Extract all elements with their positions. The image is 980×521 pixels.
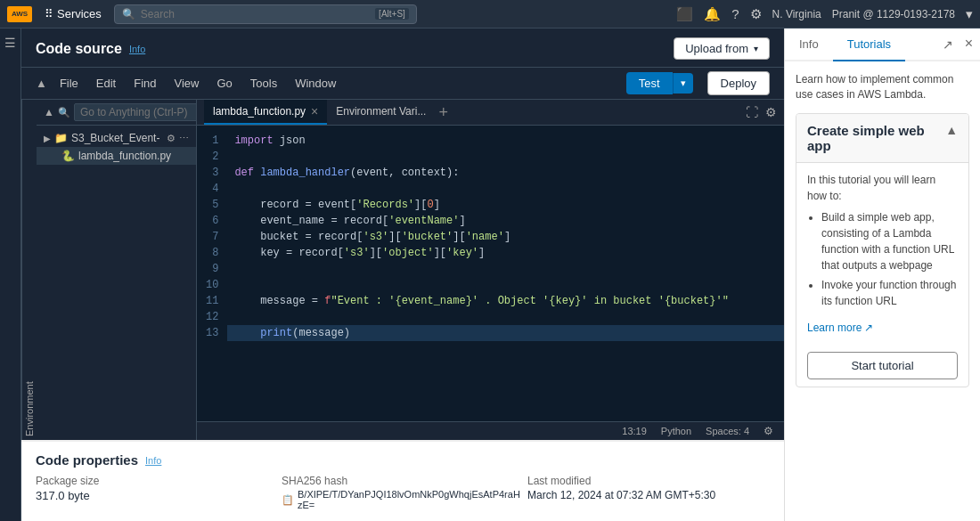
code-line-4 xyxy=(227,181,784,197)
code-properties-grid: Package size 317.0 byte SHA256 hash 📋 B/… xyxy=(36,475,770,510)
menu-edit[interactable]: Edit xyxy=(91,74,121,93)
settings-icon[interactable]: ⚙ xyxy=(765,105,777,119)
add-tab-button[interactable]: + xyxy=(438,103,448,122)
code-editor[interactable]: import json def lambda_handler(event, co… xyxy=(227,126,784,421)
settings-icon[interactable]: ⚙ xyxy=(764,425,773,437)
gear-icon[interactable]: ⚙ xyxy=(167,133,176,144)
nav-icons: ⬛ 🔔 ? ⚙ N. Virginia Pranit @ 1129-0193-2… xyxy=(676,6,973,22)
code-properties-section: Code properties Info Package size 317.0 … xyxy=(21,440,784,521)
menu-find[interactable]: Find xyxy=(128,74,161,93)
file-item-lambda[interactable]: 🐍 lambda_function.py xyxy=(37,147,196,165)
tutorial-card-header: Create simple web app ▲ xyxy=(796,114,968,163)
code-properties-info-link[interactable]: Info xyxy=(145,455,161,466)
left-sidebar-toggle[interactable]: ☰ xyxy=(0,28,21,521)
language-label: Python xyxy=(661,426,691,436)
tutorial-item-2: Invoke your function through its functio… xyxy=(821,277,958,309)
settings-icon[interactable]: ⚙ xyxy=(750,6,762,22)
menu-go[interactable]: Go xyxy=(211,74,237,93)
folder-item[interactable]: ▶ 📁 S3_Bucket_Event- ⚙ ⋯ xyxy=(37,129,196,147)
right-panel-tabs: Info Tutorials ↗ × xyxy=(785,28,980,61)
status-bar: 13:19 Python Spaces: 4 ⚙ xyxy=(197,421,784,440)
folder-icon: 📁 xyxy=(54,132,68,144)
sha256-value: 📋 B/XIPE/T/DYanPJQI18lvOmNkP0gWhqjEsAtP4… xyxy=(282,489,524,510)
search-icon: 🔍 xyxy=(122,8,135,20)
tab-environment-vars[interactable]: Environment Vari... xyxy=(327,100,435,125)
external-icon: ↗ xyxy=(864,320,873,336)
collapse-icon[interactable]: ▲ xyxy=(945,123,958,137)
panel-description: Learn how to implement common use cases … xyxy=(796,72,969,102)
file-tree: ▲ 🔍 📄 ▶ 📁 xyxy=(37,100,197,440)
search-icon: 🔍 xyxy=(58,107,70,118)
editor-and-right: Code source Info Upload from ▾ ▲ File Ed… xyxy=(21,28,980,521)
code-line-13: print(message) xyxy=(227,325,784,341)
test-dropdown-button[interactable]: ▾ xyxy=(673,73,693,94)
menu-file[interactable]: File xyxy=(54,74,84,93)
editor-main: Environment ▲ 🔍 📄 xyxy=(21,100,784,440)
toolbar: ▲ File Edit Find View Go Tools Window Te… xyxy=(21,68,784,100)
options-icon[interactable]: ⋯ xyxy=(179,133,189,144)
chevron-right-icon: ▶ xyxy=(44,134,51,143)
copy-icon[interactable]: 📋 xyxy=(282,494,294,506)
menu-tools[interactable]: Tools xyxy=(245,74,282,93)
editor-right-split: Code source Info Upload from ▾ ▲ File Ed… xyxy=(21,28,980,521)
cloud-icon[interactable]: ⬛ xyxy=(676,6,693,22)
sha256-label: SHA256 hash xyxy=(282,475,524,487)
upload-from-button[interactable]: Upload from ▾ xyxy=(674,37,770,60)
spaces-label: Spaces: 4 xyxy=(706,426,749,436)
search-shortcut: [Alt+S] xyxy=(375,8,409,20)
code-line-5: record = event['Records'][0] xyxy=(227,197,784,213)
file-tree-up-icon[interactable]: ▲ xyxy=(44,106,54,118)
right-panel-content: Learn how to implement common use cases … xyxy=(785,61,980,521)
toolbar-up-icon[interactable]: ▲ xyxy=(36,77,47,90)
code-line-1: import json xyxy=(227,133,784,149)
code-line-7: bucket = record['s3']['bucket']['name'] xyxy=(227,229,784,245)
fullscreen-icon[interactable]: ⛶ xyxy=(746,105,758,119)
tab-lambda-function[interactable]: lambda_function.py × xyxy=(204,100,327,125)
package-size-value: 317.0 byte xyxy=(36,489,278,502)
editor-left: Code source Info Upload from ▾ ▲ File Ed… xyxy=(21,28,784,521)
dropdown-arrow-icon: ▾ xyxy=(754,44,758,53)
search-input[interactable] xyxy=(141,8,370,20)
code-content[interactable]: 1 2 3 4 5 6 7 8 9 10 11 xyxy=(197,126,784,421)
deploy-button[interactable]: Deploy xyxy=(707,71,770,95)
tutorial-items-list: Build a simple web app, consisting of a … xyxy=(807,209,958,309)
bell-icon[interactable]: 🔔 xyxy=(704,6,721,22)
last-modified-prop: Last modified March 12, 2024 at 07:32 AM… xyxy=(527,475,770,510)
sha256-prop: SHA256 hash 📋 B/XIPE/T/DYanPJQI18lvOmNkP… xyxy=(282,475,524,510)
external-link-icon[interactable]: ↗ xyxy=(943,37,953,52)
file-search[interactable]: 🔍 xyxy=(58,103,197,121)
editor-actions: ⛶ ⚙ xyxy=(746,105,777,119)
hamburger-icon[interactable]: ☰ xyxy=(4,36,16,50)
tab-tutorials[interactable]: Tutorials xyxy=(833,28,905,61)
file-search-input[interactable] xyxy=(74,103,197,121)
user-menu[interactable]: Pranit @ 1129-0193-2178 xyxy=(832,8,955,20)
tutorial-card-body: In this tutorial you will learn how to: … xyxy=(796,163,968,345)
close-panel-button[interactable]: × xyxy=(965,36,973,52)
code-line-11: message = f"Event : '{event_name}' . Obj… xyxy=(227,293,784,309)
code-line-8: key = record['s3']['object']['key'] xyxy=(227,245,784,261)
code-line-3: def lambda_handler(event, context): xyxy=(227,165,784,181)
region-selector[interactable]: N. Virginia xyxy=(772,8,821,20)
tutorial-intro: In this tutorial you will learn how to: xyxy=(807,172,958,204)
code-source-info-link[interactable]: Info xyxy=(129,44,145,54)
editor-tabs: lambda_function.py × Environment Vari...… xyxy=(197,100,784,126)
code-line-2 xyxy=(227,149,784,165)
test-button[interactable]: Test xyxy=(626,72,673,94)
right-panel: Info Tutorials ↗ × Learn how to implemen… xyxy=(784,28,980,521)
tab-info[interactable]: Info xyxy=(785,28,833,61)
help-icon[interactable]: ? xyxy=(731,6,739,21)
code-source-header: Code source Info Upload from ▾ xyxy=(21,28,784,68)
python-file-icon: 🐍 xyxy=(61,150,75,162)
code-properties-header: Code properties Info xyxy=(36,452,770,468)
menu-view[interactable]: View xyxy=(169,74,205,93)
last-modified-value: March 12, 2024 at 07:32 AM GMT+5:30 xyxy=(527,489,770,501)
start-tutorial-button[interactable]: Start tutorial xyxy=(807,352,958,379)
learn-more-link[interactable]: Learn more ↗ xyxy=(807,320,873,336)
menu-window[interactable]: Window xyxy=(290,74,341,93)
tutorial-card-title: Create simple web app xyxy=(807,123,938,153)
code-line-9 xyxy=(227,261,784,277)
services-button[interactable]: ⠿ Services xyxy=(39,5,107,22)
tab-close-icon[interactable]: × xyxy=(311,105,318,118)
environment-label: Environment xyxy=(21,100,37,440)
search-bar[interactable]: 🔍 [Alt+S] xyxy=(114,4,417,24)
